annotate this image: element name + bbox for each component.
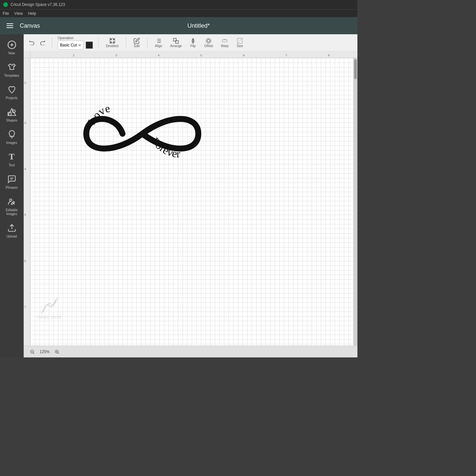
edit-button[interactable]: Edit — [131, 37, 142, 48]
watermark-text: THREE DOVE — [37, 316, 62, 319]
svg-line-35 — [58, 352, 59, 354]
color-swatch[interactable] — [86, 42, 93, 49]
sidebar-item-phrases[interactable]: Phrases — [0, 171, 23, 192]
arrange-button[interactable]: Arrange — [168, 37, 184, 48]
canvas-main-row: 2 3 4 5 6 7 — [24, 58, 357, 346]
ruler-vert-2: 2 — [24, 81, 26, 84]
zoom-level: 125% — [40, 350, 50, 354]
artwork-svg: Love Forever — [57, 78, 228, 190]
divider-4 — [147, 38, 148, 48]
zoom-in-button[interactable] — [54, 349, 60, 355]
ruler-left: 2 3 4 5 6 7 — [24, 58, 30, 346]
offset-button[interactable]: Offset — [202, 37, 215, 48]
size-label: Size — [237, 44, 243, 48]
svg-line-28 — [238, 39, 242, 43]
ruler-vert-5: 5 — [24, 213, 26, 216]
sidebar-label-upload: Upload — [7, 235, 17, 238]
ruler-mark-6: 6 — [243, 54, 244, 57]
menu-help[interactable]: Help — [28, 11, 36, 16]
title-bar: Cricut Design Space v7.36.123 — [0, 0, 357, 9]
ruler-mark-2: 2 — [73, 54, 74, 57]
watermark: THREE DOVE — [37, 296, 62, 319]
warp-button[interactable]: Warp — [219, 37, 231, 48]
heart-icon — [7, 84, 17, 95]
svg-point-14 — [113, 42, 114, 43]
flip-label: Flip — [190, 44, 196, 48]
sidebar-item-editable-images[interactable]: EditableImages — [0, 194, 23, 219]
scrollbar-thumb[interactable] — [354, 59, 357, 79]
sidebar-label-templates: Templates — [4, 74, 19, 78]
svg-point-13 — [110, 42, 111, 43]
ruler-mark-7: 7 — [286, 54, 287, 57]
warp-label: Warp — [221, 44, 229, 48]
editable-images-icon — [7, 196, 17, 207]
document-title: Untitled* — [45, 22, 352, 29]
ruler-mark-3: 3 — [115, 54, 117, 57]
menu-file[interactable]: File — [3, 11, 9, 16]
align-label: Align — [155, 44, 162, 48]
canvas-label: Canvas — [20, 22, 40, 29]
sidebar-label-phrases: Phrases — [6, 186, 18, 190]
ruler-vert-7: 7 — [24, 305, 26, 309]
zoom-out-button[interactable] — [29, 349, 36, 355]
sidebar-label-projects: Projects — [6, 96, 17, 100]
redo-button[interactable] — [38, 38, 47, 48]
sidebar-item-templates[interactable]: Templates — [0, 59, 23, 80]
shirt-icon — [7, 62, 17, 72]
flip-button[interactable]: Flip — [188, 37, 198, 48]
ruler-vert-3: 3 — [24, 121, 26, 125]
canvas-with-rulers: 2 3 4 5 6 7 8 2 3 4 5 6 7 — [24, 51, 357, 346]
sidebar-item-new[interactable]: New — [0, 37, 23, 58]
main-canvas[interactable]: Love Forever — [30, 58, 353, 346]
align-button[interactable]: Align — [153, 37, 164, 48]
ruler-vert-6: 6 — [24, 259, 26, 263]
sidebar-item-shapes[interactable]: Shapes — [0, 104, 23, 125]
toolbar: Operation Basic Cut — [24, 34, 357, 51]
main-layout: New Templates Projects — [0, 34, 357, 357]
svg-point-24 — [207, 40, 210, 42]
sidebar-label-new: New — [8, 51, 15, 55]
scrollbar-right[interactable] — [353, 58, 357, 346]
lightbulb-icon — [7, 129, 17, 140]
text-icon: T — [7, 152, 17, 162]
offset-label: Offset — [204, 44, 213, 48]
arrange-label: Arrange — [170, 44, 182, 48]
divider-1 — [52, 38, 52, 48]
divider-3 — [126, 38, 126, 48]
sidebar-label-text: Text — [9, 163, 14, 167]
upload-icon — [7, 223, 17, 233]
operation-select[interactable]: Basic Cut — [58, 41, 84, 50]
operation-group: Operation Basic Cut — [58, 36, 93, 50]
svg-point-8 — [10, 199, 12, 201]
canvas-top-row: 2 3 4 5 6 7 8 — [24, 51, 357, 58]
bottom-bar: 125% — [24, 346, 357, 357]
size-button[interactable]: Size — [235, 37, 245, 48]
menu-bar: File View Help — [0, 9, 357, 17]
app-title: Cricut Design Space v7.36.123 — [11, 2, 65, 7]
ruler-top: 2 3 4 5 6 7 8 — [30, 51, 357, 58]
app-icon — [3, 2, 8, 7]
chat-icon — [7, 174, 17, 184]
app-header: Canvas Untitled* — [0, 17, 357, 34]
sidebar-item-projects[interactable]: Projects — [0, 82, 23, 103]
sidebar-item-text[interactable]: T Text — [0, 149, 23, 170]
sidebar-item-upload[interactable]: Upload — [0, 220, 23, 241]
left-sidebar: New Templates Projects — [0, 34, 24, 357]
sidebar-item-images[interactable]: Images — [0, 126, 23, 148]
ruler-mark-8: 8 — [328, 54, 330, 57]
operation-label: Operation — [58, 36, 93, 40]
ruler-corner — [24, 51, 30, 58]
svg-point-12 — [113, 39, 114, 40]
plus-circle-icon — [7, 40, 17, 50]
shapes-icon — [7, 107, 17, 117]
operation-value: Basic Cut — [60, 43, 77, 47]
undo-button[interactable] — [28, 38, 36, 48]
deselect-button[interactable]: Deselect — [104, 37, 121, 48]
svg-line-32 — [33, 352, 34, 354]
sidebar-label-editable-images: EditableImages — [6, 208, 17, 216]
ruler-vert-4: 4 — [24, 167, 26, 171]
sidebar-label-images: Images — [6, 141, 17, 145]
menu-view[interactable]: View — [14, 11, 23, 16]
svg-point-11 — [110, 39, 111, 40]
hamburger-menu[interactable] — [5, 22, 14, 29]
